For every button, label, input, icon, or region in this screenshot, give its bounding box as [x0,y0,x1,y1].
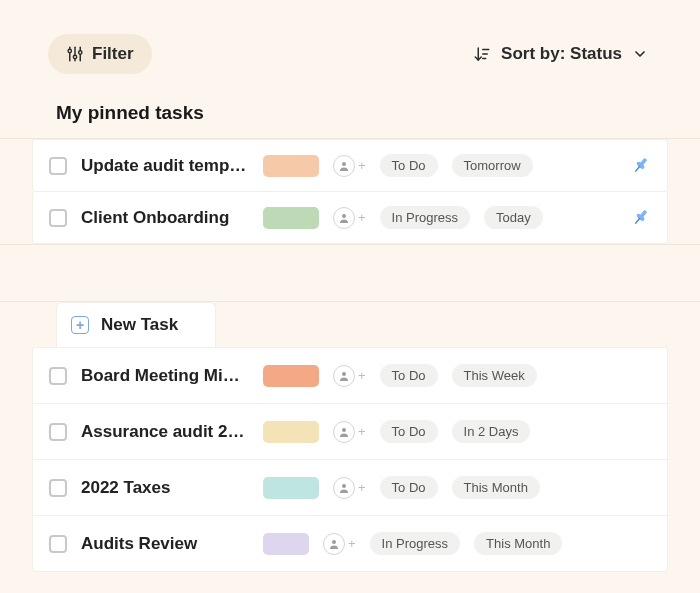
assignee-add[interactable]: + [333,477,366,499]
svg-point-13 [342,214,346,218]
filter-label: Filter [92,44,134,64]
task-row[interactable]: Update audit templates+To DoTomorrow [32,139,668,192]
status-badge[interactable]: To Do [380,364,438,387]
task-checkbox[interactable] [49,479,67,497]
svg-point-19 [342,484,346,488]
due-badge[interactable]: This Week [452,364,537,387]
svg-point-18 [342,428,346,432]
svg-point-17 [342,372,346,376]
priority-tag[interactable] [263,477,319,499]
sort-button[interactable]: Sort by: Status [469,36,652,72]
task-row[interactable]: Client Onboarding+In ProgressToday [32,192,668,244]
due-badge[interactable]: Tomorrow [452,154,533,177]
pinned-heading: My pinned tasks [0,94,700,138]
task-title: Board Meeting Minutes [81,366,249,386]
priority-tag[interactable] [263,533,309,555]
task-row[interactable]: 2022 Taxes+To DoThis Month [33,460,667,516]
task-checkbox[interactable] [49,535,67,553]
task-row[interactable]: Audits Review+In ProgressThis Month [33,516,667,571]
due-badge[interactable]: This Month [474,532,562,555]
due-badge[interactable]: In 2 Days [452,420,531,443]
person-icon [333,421,355,443]
person-icon [333,365,355,387]
assignee-add[interactable]: + [333,207,366,229]
task-checkbox[interactable] [49,157,67,175]
plus-icon: + [358,158,366,173]
svg-point-20 [332,540,336,544]
svg-rect-16 [635,217,641,224]
status-badge[interactable]: To Do [380,476,438,499]
task-row[interactable]: Board Meeting Minutes+To DoThis Week [33,348,667,404]
task-title: Assurance audit 2023 [81,422,249,442]
person-icon [333,155,355,177]
person-icon [323,533,345,555]
svg-point-5 [79,51,82,54]
task-title: Update audit templates [81,156,249,176]
sliders-icon [66,45,84,63]
plus-icon: + [358,480,366,495]
task-checkbox[interactable] [49,367,67,385]
assignee-add[interactable]: + [333,155,366,177]
svg-point-9 [342,162,346,166]
svg-point-3 [73,55,76,58]
plus-icon: + [71,316,89,334]
chevron-down-icon [632,46,648,62]
pin-icon[interactable] [629,207,651,229]
task-row[interactable]: Assurance audit 2023+To DoIn 2 Days [33,404,667,460]
plus-icon: + [358,424,366,439]
priority-tag[interactable] [263,365,319,387]
assignee-add[interactable]: + [323,533,356,555]
task-title: Client Onboarding [81,208,249,228]
svg-rect-12 [635,165,641,172]
filter-button[interactable]: Filter [48,34,152,74]
task-title: 2022 Taxes [81,478,249,498]
new-task-button[interactable]: + New Task [56,302,216,347]
svg-point-1 [68,49,71,52]
plus-icon: + [358,368,366,383]
task-checkbox[interactable] [49,209,67,227]
assignee-add[interactable]: + [333,365,366,387]
priority-tag[interactable] [263,421,319,443]
sort-label: Sort by: Status [501,44,622,64]
status-badge[interactable]: To Do [380,420,438,443]
task-checkbox[interactable] [49,423,67,441]
person-icon [333,477,355,499]
status-badge[interactable]: In Progress [380,206,470,229]
pin-icon[interactable] [629,155,651,177]
priority-tag[interactable] [263,207,319,229]
due-badge[interactable]: Today [484,206,543,229]
new-task-label: New Task [101,315,178,335]
priority-tag[interactable] [263,155,319,177]
person-icon [333,207,355,229]
plus-icon: + [348,536,356,551]
due-badge[interactable]: This Month [452,476,540,499]
plus-icon: + [358,210,366,225]
sort-icon [473,45,491,63]
task-title: Audits Review [81,534,249,554]
status-badge[interactable]: In Progress [370,532,460,555]
status-badge[interactable]: To Do [380,154,438,177]
assignee-add[interactable]: + [333,421,366,443]
